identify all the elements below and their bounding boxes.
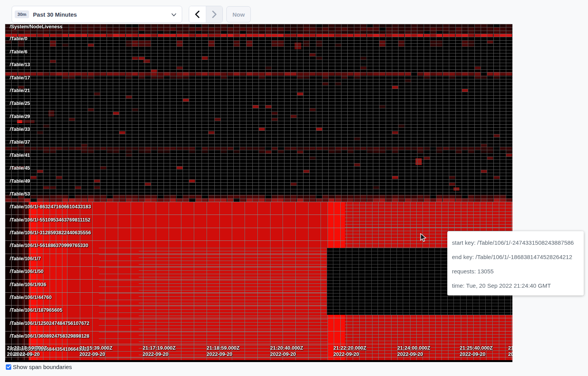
now-button[interactable]: Now <box>226 6 251 22</box>
tooltip-start-key: start key: /Table/106/1/-247433150824388… <box>452 235 579 250</box>
check-icon <box>7 365 11 369</box>
show-span-boundaries-checkbox[interactable] <box>6 364 11 370</box>
chevron-right-icon <box>212 10 217 18</box>
span-tooltip: start key: /Table/106/1/-247433150824388… <box>447 231 584 295</box>
time-range-label: Past 30 Minutes <box>33 11 77 18</box>
tooltip-requests: requests: 13055 <box>452 264 579 278</box>
prev-interval-button[interactable] <box>189 6 206 22</box>
time-range-select[interactable]: 30m Past 30 Minutes <box>12 6 182 23</box>
tooltip-time: time: Tue, 20 Sep 2022 21:24:40 GMT <box>452 278 579 293</box>
show-span-boundaries-label: Show span boundaries <box>13 364 72 370</box>
time-nav-group <box>189 6 223 23</box>
chevron-down-icon <box>171 13 176 17</box>
keyvis-heatmap-canvas[interactable] <box>5 24 512 362</box>
time-range-badge: 30m <box>15 10 29 18</box>
keyvis-chart: /System/NodeLiveness/Table/0/Table/6/Tab… <box>5 24 512 362</box>
tooltip-end-key: end key: /Table/106/1/-18683814745282642… <box>452 250 579 264</box>
chevron-left-icon <box>195 10 200 18</box>
next-interval-button[interactable] <box>206 6 222 22</box>
keyvisualizer-page: { "toolbar": { "range_badge": "30m", "ra… <box>0 0 588 376</box>
footer-controls: Show span boundaries <box>6 364 72 370</box>
